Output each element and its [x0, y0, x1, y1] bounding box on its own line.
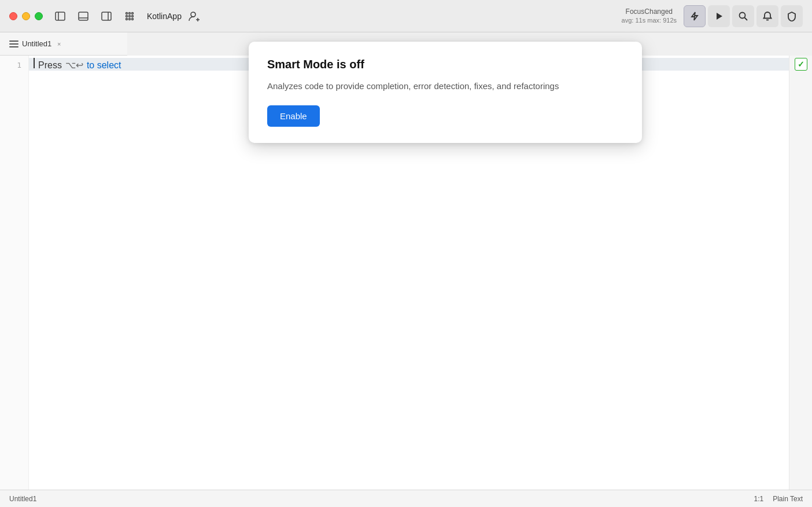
- tab-label: Untitled1: [22, 39, 51, 48]
- minimize-button[interactable]: [22, 12, 30, 20]
- svg-point-9: [126, 15, 128, 17]
- smart-mode-popup: Smart Mode is off Analyzes code to provi…: [249, 42, 642, 143]
- check-icon: ✓: [798, 60, 804, 69]
- layout-icons: [52, 8, 138, 24]
- focus-changed-sub: avg: 11s max: 912s: [622, 16, 677, 24]
- svg-rect-0: [56, 12, 65, 20]
- bottom-panel-icon[interactable]: [75, 8, 91, 24]
- code-escape-text: ⌥↩: [65, 60, 83, 71]
- right-gutter: ✓: [789, 56, 812, 490]
- tabbar: Untitled1 ×: [0, 32, 127, 56]
- right-panel-icon[interactable]: [98, 8, 115, 24]
- run-button[interactable]: [708, 5, 730, 27]
- popup-description: Analyzes code to provide completion, err…: [267, 79, 623, 93]
- svg-point-15: [191, 12, 195, 17]
- cursor: [34, 58, 35, 68]
- lightning-button[interactable]: [684, 5, 706, 27]
- editor-tab[interactable]: Untitled1 ×: [5, 37, 68, 50]
- statusbar-language[interactable]: Plain Text: [773, 495, 803, 503]
- app-name: KotlinApp: [147, 12, 182, 21]
- svg-point-20: [740, 12, 745, 18]
- traffic-lights: [9, 12, 43, 20]
- enable-button[interactable]: Enable: [267, 105, 320, 127]
- notifications-button[interactable]: [756, 5, 778, 27]
- line-number-1: 1: [0, 58, 21, 69]
- titlebar: KotlinApp FocusChanged avg: 11s max: 912…: [0, 0, 812, 32]
- statusbar-position: 1:1: [754, 495, 764, 503]
- tab-close-button[interactable]: ×: [55, 40, 63, 48]
- close-button[interactable]: [9, 12, 17, 20]
- svg-point-6: [126, 12, 128, 14]
- svg-point-8: [132, 12, 134, 14]
- svg-rect-2: [79, 12, 88, 20]
- svg-point-11: [132, 15, 134, 17]
- svg-point-12: [126, 18, 128, 20]
- svg-line-21: [745, 17, 748, 20]
- svg-point-14: [132, 18, 134, 20]
- svg-point-13: [129, 18, 131, 20]
- statusbar-right: 1:1 Plain Text: [754, 495, 803, 503]
- svg-point-10: [129, 15, 131, 17]
- focus-changed-title: FocusChanged: [622, 8, 677, 17]
- maximize-button[interactable]: [35, 12, 43, 20]
- search-button[interactable]: [732, 5, 754, 27]
- security-button[interactable]: [781, 5, 803, 27]
- sidebar-toggle-icon[interactable]: [52, 8, 68, 24]
- grid-icon[interactable]: [121, 8, 138, 24]
- svg-marker-19: [717, 13, 722, 20]
- check-mark-button[interactable]: ✓: [795, 58, 807, 71]
- svg-rect-4: [102, 12, 111, 20]
- add-user-icon[interactable]: [186, 8, 202, 24]
- code-plain-text: Press: [38, 60, 62, 71]
- tab-hamburger-icon: [9, 41, 19, 47]
- svg-point-7: [129, 12, 131, 14]
- svg-marker-18: [692, 12, 697, 20]
- titlebar-right: FocusChanged avg: 11s max: 912s: [622, 5, 803, 27]
- code-keyword-text: to select: [87, 60, 121, 71]
- popup-title: Smart Mode is off: [267, 58, 623, 71]
- statusbar: Untitled1 1:1 Plain Text: [0, 490, 812, 507]
- focus-changed-info: FocusChanged avg: 11s max: 912s: [622, 8, 677, 25]
- statusbar-filename: Untitled1: [9, 495, 754, 503]
- line-numbers: 1: [0, 56, 29, 490]
